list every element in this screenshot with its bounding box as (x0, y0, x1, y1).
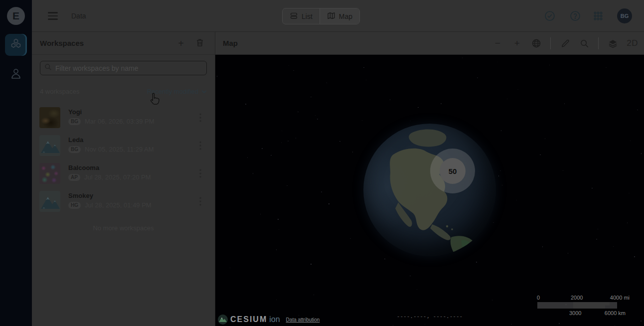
app-logo[interactable]: E (7, 7, 25, 25)
cesium-brand-label: CESIUM (230, 315, 267, 324)
breadcrumb: Data (71, 12, 86, 20)
map-viewport[interactable]: 50 CESIUM ion Data attribution ----.----… (215, 55, 644, 326)
rail-item-workspaces[interactable] (5, 34, 27, 56)
star-dot (245, 104, 246, 105)
workspace-row[interactable]: Leda BG Nov 05, 2025, 11:29 AM (32, 132, 215, 160)
user-avatar[interactable]: BG (617, 8, 632, 23)
cluster-marker[interactable]: 50 (440, 158, 466, 184)
star-dot (282, 131, 283, 132)
sort-dropdown-label: Recently modified (147, 88, 198, 95)
star-dot (497, 62, 498, 63)
earth-globe[interactable] (363, 124, 496, 256)
workspaces-panel: Workspaces + 4 workspaces Recently modif… (32, 32, 215, 326)
row-menu-kebab-icon[interactable] (196, 168, 204, 179)
view-toggle: List Map (282, 8, 360, 24)
toolbar-divider (550, 37, 551, 49)
star-dot (278, 219, 279, 220)
star-dot (549, 65, 550, 66)
status-check-icon[interactable] (544, 10, 556, 22)
star-dot (393, 325, 394, 326)
workspace-name: Balcooma (68, 164, 99, 171)
star-dot (418, 107, 419, 108)
star-dot (287, 185, 288, 186)
avatar-initials: BG (621, 13, 629, 19)
star-dot (511, 176, 512, 177)
workspace-row[interactable]: Yogi BG Mar 06, 2026, 03:39 PM (32, 104, 215, 132)
end-of-list-label: No more workspaces (32, 224, 215, 232)
star-dot (517, 89, 518, 90)
trash-icon (195, 38, 204, 49)
scale-tick: 4000 mi (610, 295, 630, 301)
home-globe-button[interactable] (531, 38, 542, 49)
cesium-logo-icon (218, 315, 228, 325)
toolbar-divider (598, 37, 599, 49)
star-dot (641, 321, 642, 322)
star-dot (564, 103, 565, 104)
star-dot (298, 112, 299, 113)
workspace-thumbnail (39, 163, 60, 184)
map-search-button[interactable] (579, 38, 590, 49)
toggle-list[interactable]: List (283, 8, 320, 24)
scale-bar-track (537, 302, 617, 309)
help-icon[interactable] (569, 10, 581, 22)
star-dot (410, 121, 411, 122)
chevron-down-icon (201, 88, 207, 95)
star-dot (362, 120, 363, 121)
rail-item-account[interactable] (5, 64, 27, 86)
star-dot (339, 141, 340, 142)
owner-badge: HG (68, 202, 81, 209)
star-dot (271, 155, 272, 156)
map-panel-header: Map − + 2D (215, 32, 644, 55)
star-dot (317, 119, 318, 120)
star-dot (314, 295, 315, 296)
workspace-filter-field[interactable] (40, 61, 207, 75)
workspace-row[interactable]: Balcooma AP Jul 28, 2025, 07:20 PM (32, 160, 215, 187)
plus-icon: + (178, 38, 184, 49)
star-dot (563, 170, 564, 171)
star-dot (247, 157, 248, 158)
draw-pencil-button[interactable] (559, 38, 570, 49)
map-icon (327, 11, 335, 21)
data-attribution-link[interactable]: Data attribution (286, 317, 320, 323)
star-dot (328, 203, 329, 204)
zoom-in-button[interactable]: + (511, 38, 522, 49)
toggle-map[interactable]: Map (320, 8, 359, 24)
star-dot (417, 289, 418, 290)
star-dot (637, 110, 638, 111)
menu-icon[interactable] (48, 12, 58, 20)
workspace-thumbnail-placeholder (39, 135, 60, 156)
star-dot (260, 214, 261, 215)
minus-icon: − (495, 38, 500, 49)
workspace-filter-input[interactable] (55, 64, 202, 72)
apps-grid-icon[interactable] (592, 10, 604, 22)
panel-title: Workspaces (40, 39, 84, 47)
row-menu-kebab-icon[interactable] (196, 196, 204, 207)
row-menu-kebab-icon[interactable] (196, 112, 204, 123)
workspace-row[interactable]: Smokey HG Jul 28, 2025, 01:49 PM (32, 187, 215, 215)
mode-2d-button[interactable]: 2D (627, 38, 638, 48)
zoom-out-button[interactable]: − (492, 38, 503, 49)
star-dot (326, 82, 327, 83)
workspace-date: Nov 05, 2025, 11:29 AM (85, 146, 154, 153)
delete-workspace-button[interactable] (194, 38, 205, 49)
add-workspace-button[interactable]: + (175, 38, 186, 49)
star-dot (384, 259, 385, 260)
workspace-subline: HG Jul 28, 2025, 01:49 PM (68, 201, 152, 209)
row-menu-kebab-icon[interactable] (196, 140, 204, 151)
star-dot (311, 264, 312, 265)
search-icon (44, 63, 52, 73)
toggle-map-label: Map (339, 12, 352, 20)
globe-landmass (363, 124, 496, 256)
star-dot (630, 141, 631, 142)
star-dot (500, 170, 501, 171)
star-dot (559, 323, 560, 324)
star-dot (363, 67, 364, 68)
layers-button[interactable] (607, 38, 618, 49)
star-dot (476, 262, 477, 263)
star-dot (634, 256, 635, 257)
toggle-list-label: List (302, 12, 313, 20)
star-dot (366, 80, 367, 81)
sort-dropdown[interactable]: Recently modified (147, 88, 207, 95)
cluster-count: 50 (449, 167, 457, 175)
app-logo-letter: E (12, 10, 19, 22)
